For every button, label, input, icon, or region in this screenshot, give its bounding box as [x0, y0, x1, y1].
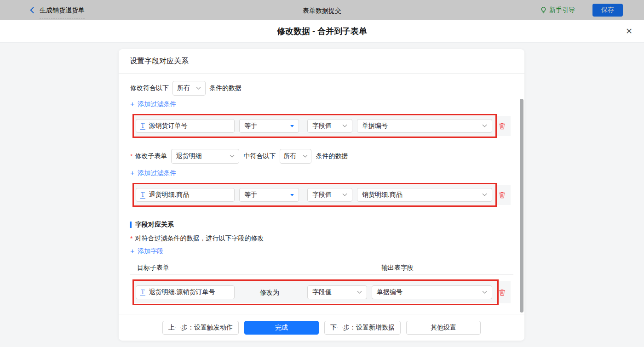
filter1-condition-row: T 源销货订单号 等于 字段值 单据编号: [133, 116, 511, 136]
screen: 生成销货退货单 表单数据提交 新手引导 保存 修改数据 - 合并到子表单 ✕ 设…: [0, 0, 644, 347]
column-header-output-field: 输出表字段: [381, 264, 414, 272]
chevron-down-icon: [342, 124, 347, 128]
filter1-prefix: 修改符合以下: [130, 84, 169, 92]
filter1-match-mode-select[interactable]: 所有: [172, 81, 206, 96]
plus-icon: +: [130, 170, 134, 177]
newbie-guide-link[interactable]: 新手引导: [540, 6, 575, 14]
filter2-operator-select[interactable]: 等于: [239, 188, 299, 202]
chevron-down-icon: [196, 86, 201, 90]
add-field-link[interactable]: + 添加字段: [130, 247, 163, 256]
workflow-name[interactable]: 生成销货退货单: [40, 6, 85, 18]
chevron-down-icon: [342, 193, 347, 197]
plus-icon: +: [130, 248, 134, 255]
card-footer: 上一步：设置触发动作 完成 下一步：设置新增数据 其他设置: [119, 314, 524, 341]
filter1-value-select[interactable]: 单据编号: [357, 119, 492, 133]
filter2-mid: 中符合以下: [243, 152, 276, 160]
filter1-condition-line: 修改符合以下 所有 条件的数据: [130, 81, 242, 96]
close-icon[interactable]: ✕: [626, 26, 632, 37]
filter1-field-input[interactable]: T 源销货订单号: [136, 119, 235, 133]
filter1-suffix: 条件的数据: [209, 84, 242, 92]
operator-caret-zone[interactable]: [285, 119, 299, 132]
prev-step-button[interactable]: 上一步：设置触发动作: [162, 321, 239, 335]
mapping-desc-line: * 对符合过滤条件的数据，进行以下字段的修改: [130, 234, 264, 243]
page-title: 表单数据提交: [303, 7, 341, 15]
newbie-guide-label: 新手引导: [549, 6, 575, 14]
mapping-value-type-select[interactable]: 字段值: [307, 285, 367, 299]
section-bar: [130, 222, 132, 228]
column-header-target-subform: 目标子表单: [137, 264, 169, 272]
caret-down-icon: [290, 194, 294, 196]
required-mark: *: [130, 153, 132, 160]
filter2-value-type-select[interactable]: 字段值: [307, 188, 352, 202]
chevron-down-icon: [482, 290, 487, 294]
chevron-left-icon: [29, 6, 36, 14]
mapping-middle-label: 修改为: [260, 285, 279, 299]
lightbulb-icon: [540, 6, 547, 14]
filter1-value-type-select[interactable]: 字段值: [307, 119, 352, 133]
add-filter-condition-link-1[interactable]: + 添加过滤条件: [130, 100, 176, 109]
filter2-field-input[interactable]: T 退货明细.商品: [136, 188, 235, 202]
save-button[interactable]: 保存: [592, 4, 623, 17]
filter2-value-select[interactable]: 销货明细.商品: [357, 188, 492, 202]
chevron-down-icon: [303, 154, 308, 158]
chevron-down-icon: [357, 290, 362, 294]
text-field-icon: T: [140, 123, 145, 130]
topbar-actions: 新手引导 保存: [540, 0, 623, 20]
scrollbar-thumb[interactable]: [520, 99, 523, 313]
mapping-value-select[interactable]: 单据编号: [372, 285, 492, 299]
filter1-operator-select[interactable]: 等于: [239, 119, 299, 133]
other-settings-button[interactable]: 其他设置: [406, 321, 481, 335]
add-filter-condition-link-2[interactable]: + 添加过滤条件: [130, 169, 176, 178]
section-title: 字段对应关系: [135, 221, 174, 229]
delete-condition-icon[interactable]: [498, 122, 506, 130]
modal-body: 设置字段对应关系 修改符合以下 所有 条件的数据 + 添加过滤条件 T 源销货订…: [0, 43, 644, 347]
card-header: 设置字段对应关系: [119, 49, 524, 74]
caret-down-icon: [290, 125, 294, 127]
required-mark: *: [130, 235, 132, 242]
plus-icon: +: [130, 101, 134, 108]
text-field-icon: T: [140, 192, 145, 199]
text-field-icon: T: [140, 289, 145, 296]
mapping-row: T 退货明细.源销货订单号 修改为 字段值 单据编号: [133, 281, 511, 303]
modal-title: 修改数据 - 合并到子表单: [277, 26, 367, 37]
done-button[interactable]: 完成: [244, 321, 319, 335]
filter2-suffix: 条件的数据: [316, 152, 348, 160]
delete-condition-icon[interactable]: [498, 191, 506, 199]
chevron-down-icon: [482, 193, 487, 197]
back-button[interactable]: [29, 6, 36, 14]
filter2-subform-select[interactable]: 退货明细: [171, 149, 239, 164]
field-mapping-section-header: 字段对应关系: [130, 220, 174, 229]
chevron-down-icon: [230, 154, 235, 158]
chevron-down-icon: [482, 124, 487, 128]
filter2-label: 修改子表单: [135, 152, 167, 160]
settings-card: 设置字段对应关系 修改符合以下 所有 条件的数据 + 添加过滤条件 T 源销货订…: [119, 49, 524, 341]
mapping-desc: 对符合过滤条件的数据，进行以下字段的修改: [135, 234, 264, 243]
column-divider: [130, 274, 513, 275]
operator-caret-zone[interactable]: [285, 188, 299, 201]
next-step-button[interactable]: 下一步：设置新增数据: [324, 321, 401, 335]
filter2-match-mode-select[interactable]: 所有: [280, 149, 311, 164]
filter2-condition-line: * 修改子表单 退货明细 中符合以下 所有 条件的数据: [130, 149, 348, 164]
delete-mapping-icon[interactable]: [498, 288, 506, 296]
top-bar: 生成销货退货单 表单数据提交 新手引导 保存: [0, 0, 644, 20]
filter2-condition-row: T 退货明细.商品 等于 字段值 销货明细.商品: [133, 185, 511, 205]
mapping-field-input[interactable]: T 退货明细.源销货订单号: [136, 285, 235, 299]
modal-header: 修改数据 - 合并到子表单 ✕: [0, 20, 644, 43]
